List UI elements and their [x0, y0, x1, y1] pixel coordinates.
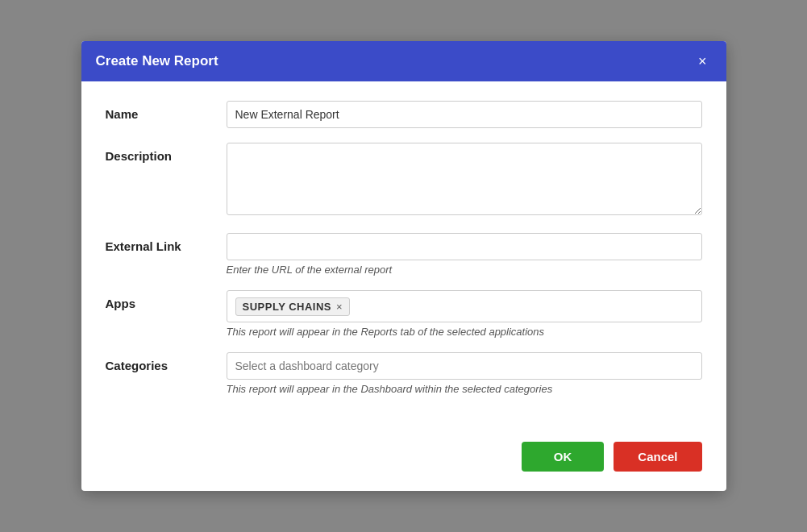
cancel-button[interactable]: Cancel	[614, 442, 701, 472]
external-link-label: External Link	[106, 233, 227, 253]
supply-chains-tag: SUPPLY CHAINS ×	[235, 297, 350, 316]
description-input[interactable]	[227, 143, 702, 215]
modal-footer: OK Cancel	[81, 429, 726, 491]
external-link-row: External Link Enter the URL of the exter…	[106, 233, 702, 276]
apps-label: Apps	[106, 290, 227, 310]
external-link-control-wrap: Enter the URL of the external report	[227, 233, 702, 276]
name-label: Name	[106, 101, 227, 121]
description-label: Description	[106, 143, 227, 163]
ok-button[interactable]: OK	[522, 442, 605, 472]
modal-dialog: Create New Report × Name Description Ext…	[81, 41, 726, 491]
categories-label: Categories	[106, 352, 227, 372]
tag-remove-button[interactable]: ×	[336, 301, 343, 312]
categories-hint: This report will appear in the Dashboard…	[227, 383, 702, 395]
name-control-wrap	[227, 101, 702, 128]
name-row: Name	[106, 101, 702, 128]
external-link-hint: Enter the URL of the external report	[227, 264, 702, 276]
categories-control-wrap: This report will appear in the Dashboard…	[227, 352, 702, 395]
name-input[interactable]	[227, 101, 702, 128]
categories-input[interactable]	[227, 352, 702, 380]
description-row: Description	[106, 143, 702, 218]
modal-title: Create New Report	[96, 53, 218, 69]
apps-hint: This report will appear in the Reports t…	[227, 326, 702, 338]
external-link-input[interactable]	[227, 233, 702, 260]
modal-header: Create New Report ×	[81, 41, 726, 81]
description-control-wrap	[227, 143, 702, 218]
apps-control-wrap: SUPPLY CHAINS × This report will appear …	[227, 290, 702, 338]
tag-label: SUPPLY CHAINS	[243, 301, 332, 313]
modal-overlay: Create New Report × Name Description Ext…	[0, 0, 807, 532]
modal-body: Name Description External Link Enter the…	[81, 81, 726, 429]
apps-tags-input[interactable]: SUPPLY CHAINS ×	[227, 290, 702, 322]
close-button[interactable]: ×	[693, 52, 712, 70]
apps-row: Apps SUPPLY CHAINS × This report will ap…	[106, 290, 702, 338]
categories-row: Categories This report will appear in th…	[106, 352, 702, 395]
